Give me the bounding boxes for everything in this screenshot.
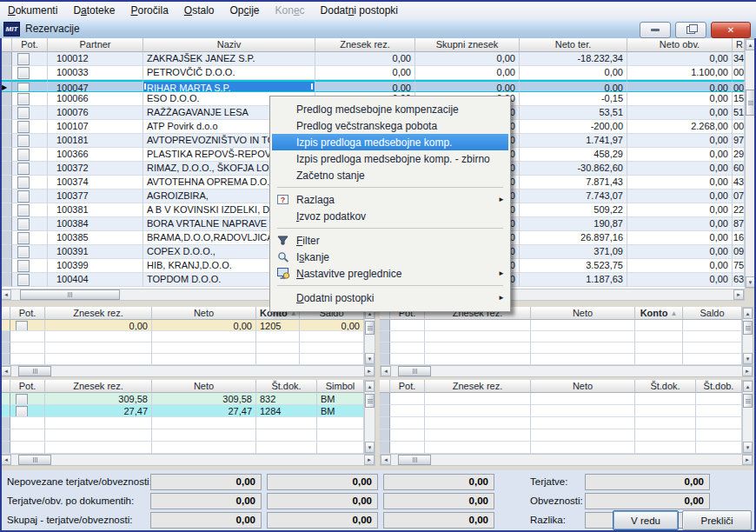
table-row[interactable]: 0,000,0012050,00 [0, 320, 364, 331]
scroll-right-arrow-icon[interactable]: ► [742, 455, 753, 465]
scroll-down-arrow-icon[interactable]: ▼ [743, 442, 753, 453]
menubar-item[interactable]: Dodatni postopki [313, 3, 406, 18]
row-checkbox[interactable] [16, 394, 28, 405]
scroll-left-arrow-icon[interactable]: ◄ [381, 366, 391, 376]
column-header[interactable]: Znesek rez. [45, 380, 152, 393]
column-header[interactable]: Neto [152, 380, 256, 393]
cell-naziv[interactable]: RIHAR MARTA S.P. [143, 80, 315, 92]
column-header[interactable]: Neto obv. [627, 38, 733, 52]
column-header[interactable]: Pot. [390, 380, 425, 393]
menu-item-iskanje[interactable]: Iskanje [272, 249, 508, 265]
scroll-up-arrow-icon[interactable]: ▲ [743, 308, 753, 319]
table-row[interactable]: ▶100047RIHAR MARTA S.P.0,000,000,000,000… [0, 80, 745, 92]
row-checkbox[interactable] [17, 260, 30, 272]
column-header[interactable]: Neto [152, 307, 256, 320]
menu-item-dodatni-postopki[interactable]: Dodatni postopki► [272, 289, 508, 306]
column-header[interactable] [380, 380, 390, 393]
row-checkbox[interactable] [17, 67, 30, 79]
column-header[interactable]: Št.dob. [696, 380, 742, 393]
menubar-item[interactable]: Dokumenti [0, 3, 65, 18]
scroll-down-arrow-icon[interactable]: ▼ [365, 353, 375, 364]
menubar-item[interactable]: Ostalo [176, 3, 222, 18]
column-header[interactable] [0, 38, 12, 52]
menubar-item[interactable]: Opcije [222, 3, 268, 18]
scroll-left-arrow-icon[interactable]: ◄ [1, 289, 11, 300]
row-checkbox[interactable] [17, 93, 30, 105]
column-header[interactable]: Neto ter. [520, 38, 627, 52]
column-header[interactable]: Št.dok. [635, 380, 696, 393]
vertical-scrollbar[interactable]: ▲▼ [742, 380, 753, 454]
column-header[interactable]: Št.dok. [256, 380, 317, 393]
row-checkbox[interactable] [17, 176, 30, 189]
vertical-scrollbar[interactable]: ▲▼ [742, 307, 753, 365]
column-header[interactable]: Skupni znesek [415, 38, 520, 52]
scrollbar-thumb[interactable] [398, 455, 431, 465]
row-checkbox[interactable] [17, 53, 30, 65]
row-checkbox[interactable] [16, 406, 28, 417]
row-checkbox[interactable] [17, 246, 30, 258]
scroll-right-arrow-icon[interactable]: ► [733, 289, 744, 300]
table-row[interactable]: 100033PETROVČIČ D.O.O.0,000,000,001.100,… [0, 66, 745, 80]
menubar-item[interactable]: Poročila [123, 3, 176, 18]
scrollbar-thumb[interactable] [365, 321, 375, 335]
menu-item-za-etno-stanje[interactable]: Začetno stanje [272, 167, 508, 183]
horizontal-scrollbar[interactable]: ◄► [0, 454, 375, 466]
scrollbar-thumb[interactable] [398, 366, 431, 376]
scrollbar-thumb[interactable] [20, 289, 120, 300]
column-header[interactable]: Znesek rez. [45, 307, 152, 320]
table-row[interactable]: 100012ZAKRAJŠEK JANEZ S.P.0,000,00-18.23… [0, 52, 745, 66]
row-checkbox[interactable] [17, 274, 30, 286]
row-checkbox[interactable] [16, 321, 28, 331]
menu-item-nastavitve-preglednice[interactable]: Nastavitve preglednice► [272, 265, 508, 282]
row-checkbox[interactable] [17, 232, 30, 244]
row-checkbox[interactable] [17, 121, 30, 133]
table-row[interactable]: 27,4727,471284BM [0, 405, 364, 417]
column-header[interactable]: Partner [48, 38, 143, 52]
vertical-scrollbar[interactable]: ▲▼ [364, 307, 375, 365]
scrollbar-thumb[interactable] [18, 366, 51, 376]
menu-item-izpis-predloga-medsebojne-komp-zbirno[interactable]: Izpis predloga medsebojne komp. - zbirno [272, 150, 508, 167]
scroll-left-arrow-icon[interactable]: ◄ [1, 455, 11, 465]
menubar-item[interactable]: Datoteke [65, 3, 123, 18]
column-header[interactable]: Naziv [143, 38, 315, 52]
restore-button[interactable] [675, 22, 706, 38]
menu-item-izpis-predloga-medsebojne-komp[interactable]: Izpis predloga medsebojne komp. [272, 134, 508, 150]
menu-item-predlog-medsebojne-kompenzacije[interactable]: Predlog medsebojne kompenzacije [272, 101, 508, 117]
menu-item-izvoz-podatkov[interactable]: Izvoz podatkov [272, 208, 508, 224]
scroll-down-arrow-icon[interactable]: ▼ [365, 442, 375, 453]
column-header[interactable]: Pot. [10, 307, 45, 320]
scroll-up-arrow-icon[interactable]: ▲ [743, 381, 753, 392]
scroll-left-arrow-icon[interactable]: ◄ [381, 455, 391, 465]
row-checkbox[interactable] [17, 190, 30, 203]
row-checkbox[interactable] [17, 204, 30, 216]
column-header[interactable]: R. [733, 38, 745, 52]
menu-item-razlaga[interactable]: ?Razlaga► [272, 191, 508, 208]
column-header[interactable]: Neto [531, 380, 635, 393]
scroll-up-arrow-icon[interactable]: ▲ [365, 381, 375, 392]
column-header[interactable]: Saldo [683, 307, 742, 320]
scroll-left-arrow-icon[interactable]: ◄ [1, 366, 11, 376]
scrollbar-thumb[interactable] [743, 321, 753, 335]
column-header[interactable]: Pot. [12, 38, 48, 52]
table-row[interactable]: 309,58309,58832BM [0, 393, 364, 405]
vertical-scrollbar[interactable]: ▲▼ [364, 380, 375, 454]
scroll-right-arrow-icon[interactable]: ► [742, 366, 753, 376]
minimize-button[interactable] [640, 22, 671, 38]
row-checkbox[interactable] [17, 218, 30, 230]
scroll-right-arrow-icon[interactable]: ► [364, 366, 375, 376]
column-header[interactable]: Konto ▲ [635, 307, 683, 320]
close-button[interactable]: ✕ [711, 22, 751, 38]
menu-item-predlog-ve-stranskega-pobota[interactable]: Predlog večstranskega pobota [272, 117, 508, 134]
scrollbar-thumb[interactable] [743, 394, 753, 408]
row-checkbox[interactable] [17, 107, 30, 119]
scrollbar-thumb[interactable] [365, 394, 375, 408]
menu-item-filter[interactable]: Filter [272, 232, 508, 249]
row-checkbox[interactable] [17, 83, 30, 92]
ok-button[interactable]: V redu [613, 510, 679, 530]
horizontal-scrollbar[interactable]: ◄► [0, 365, 375, 377]
row-checkbox[interactable] [17, 163, 30, 175]
row-checkbox[interactable] [17, 135, 30, 147]
column-header[interactable]: Neto [531, 307, 635, 320]
scroll-down-arrow-icon[interactable]: ▼ [743, 353, 753, 364]
column-header[interactable]: Pot. [10, 380, 45, 393]
